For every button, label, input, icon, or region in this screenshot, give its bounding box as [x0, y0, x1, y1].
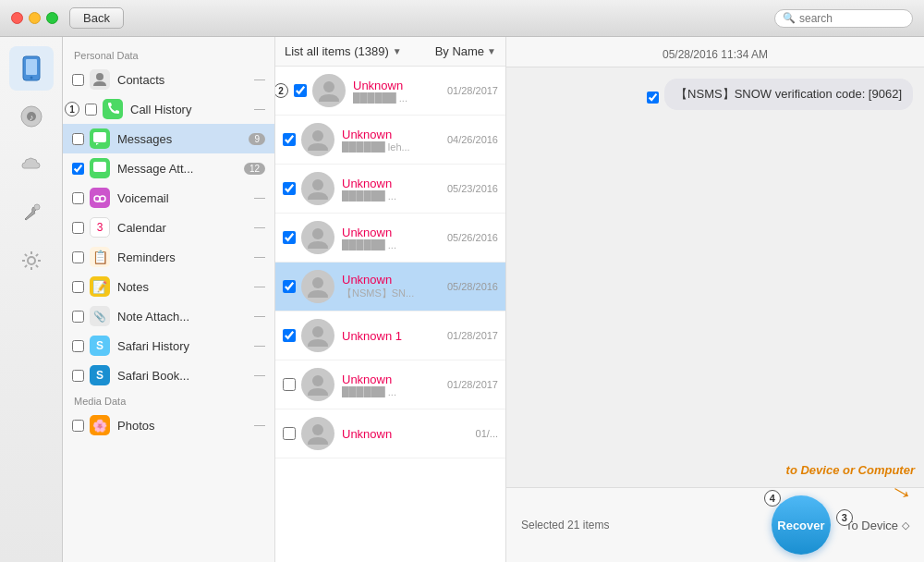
sidebar-item-safari-bookmarks[interactable]: S Safari Book... —: [63, 360, 274, 390]
msg-date: 05/23/2016: [447, 183, 498, 194]
msg-avatar: [312, 74, 346, 107]
list-item[interactable]: 2 Unknown ██████ ... 01/28/2017: [275, 67, 505, 116]
msg-info: Unknown 1: [342, 329, 444, 343]
msg-date: 01/28/2017: [447, 379, 498, 390]
safari-history-checkbox[interactable]: [72, 340, 84, 352]
media-data-title: Media Data: [63, 390, 274, 410]
msg-checkbox[interactable]: [294, 84, 307, 97]
contacts-checkbox[interactable]: [72, 74, 84, 86]
msg-avatar: [301, 221, 334, 254]
msg-date: 05/28/2016: [447, 281, 498, 292]
search-bar: 🔍: [774, 9, 913, 28]
svg-point-21: [312, 424, 323, 435]
msg-checkbox[interactable]: [283, 427, 296, 440]
svg-rect-1: [26, 59, 37, 75]
svg-rect-10: [93, 162, 106, 172]
title-bar: Back 🔍: [0, 0, 924, 37]
sidebar-item-photos[interactable]: 🌸 Photos —: [63, 410, 274, 440]
messages-checkbox[interactable]: [72, 133, 84, 145]
sidebar-item-notes[interactable]: 📝 Notes —: [63, 272, 274, 301]
detail-footer: Selected 21 items 4 Recover 3 To Device …: [506, 487, 924, 562]
list-item[interactable]: Unknown 【NSMS】SN... 05/28/2016: [275, 263, 505, 312]
msg-avatar: [301, 319, 334, 352]
list-item[interactable]: Unknown 1 01/28/2017: [275, 312, 505, 360]
message-att-label: Message Att...: [117, 162, 240, 176]
list-item[interactable]: Unknown ██████ ... 01/28/2017: [275, 360, 505, 409]
svg-point-8: [96, 73, 103, 80]
msg-info: Unknown ██████ ...: [342, 226, 444, 250]
msg-name: Unknown: [342, 226, 444, 239]
minimize-button[interactable]: [29, 12, 41, 24]
msg-preview: ██████ ...: [353, 92, 444, 104]
list-item[interactable]: Unknown ██████ leh... 04/26/2016: [275, 116, 505, 165]
to-device-button[interactable]: To Device ◇: [845, 519, 909, 532]
contacts-dash: —: [254, 73, 265, 86]
sidebar-icon-settings[interactable]: [9, 238, 54, 283]
sort-by-name[interactable]: By Name ▼: [435, 44, 496, 58]
call-history-checkbox[interactable]: [85, 104, 97, 116]
notes-checkbox[interactable]: [72, 281, 84, 293]
list-item[interactable]: Unknown ██████ ... 05/26/2016: [275, 214, 505, 263]
sidebar-icon-tools[interactable]: [9, 190, 54, 235]
sidebar-icon-music[interactable]: ♪: [9, 94, 54, 139]
sidebar-icon-phone[interactable]: [9, 46, 54, 91]
list-item[interactable]: Unknown 01/...: [275, 409, 505, 458]
list-all-items-label: List all items (1389) ▼: [285, 44, 402, 58]
close-button[interactable]: [11, 12, 23, 24]
sidebar-item-call-history[interactable]: 1 Call History —: [63, 94, 274, 124]
back-button[interactable]: Back: [69, 7, 124, 29]
list-item[interactable]: Unknown ██████ ... 05/23/2016: [275, 165, 505, 214]
sidebar-item-voicemail[interactable]: Voicemail —: [63, 183, 274, 213]
sidebar-item-messages[interactable]: Messages 9: [63, 124, 274, 153]
calendar-dash: —: [254, 221, 265, 234]
detail-msg-checkbox[interactable]: [647, 92, 659, 104]
messages-badge: 9: [249, 133, 265, 145]
msg-info: Unknown ██████ ...: [342, 373, 444, 397]
msg-date: 04/26/2016: [447, 134, 498, 145]
msg-checkbox[interactable]: [283, 378, 296, 391]
sidebar-item-message-att[interactable]: Message Att... 12: [63, 153, 274, 183]
safari-bookmarks-checkbox[interactable]: [72, 370, 84, 382]
maximize-button[interactable]: [46, 12, 58, 24]
sidebar-item-safari-history[interactable]: S Safari History —: [63, 331, 274, 360]
voicemail-dash: —: [254, 191, 265, 204]
note-attach-checkbox[interactable]: [72, 311, 84, 323]
sidebar-icon-cloud[interactable]: [9, 142, 54, 187]
msg-checkbox[interactable]: [283, 182, 296, 195]
voicemail-checkbox[interactable]: [72, 192, 84, 204]
msg-checkbox[interactable]: [283, 133, 296, 146]
recover-button[interactable]: 4 Recover: [772, 495, 831, 555]
sidebar-item-note-attach[interactable]: 📎 Note Attach... —: [63, 301, 274, 331]
search-input[interactable]: [799, 12, 905, 25]
msg-info: Unknown: [342, 427, 472, 441]
svg-point-7: [28, 257, 35, 264]
msg-checkbox[interactable]: [283, 329, 296, 342]
voicemail-label: Voicemail: [117, 191, 250, 205]
photos-checkbox[interactable]: [72, 420, 84, 432]
safari-history-dash: —: [254, 339, 265, 352]
msg-info: Unknown ██████ ...: [342, 177, 444, 202]
note-attach-dash: —: [254, 310, 265, 323]
photos-label: Photos: [117, 419, 250, 433]
list-dropdown-arrow[interactable]: ▼: [393, 46, 402, 56]
svg-point-15: [312, 130, 323, 141]
msg-checkbox[interactable]: [283, 231, 296, 244]
reminders-checkbox[interactable]: [72, 251, 84, 263]
sidebar-item-contacts[interactable]: Contacts —: [63, 65, 274, 94]
calendar-label: Calendar: [117, 221, 250, 235]
svg-point-2: [30, 77, 32, 79]
traffic-lights: [11, 12, 58, 24]
svg-point-19: [312, 326, 323, 337]
list-header: List all items (1389) ▼ By Name ▼: [275, 37, 505, 67]
message-att-checkbox[interactable]: [72, 163, 84, 175]
message-list: 2 Unknown ██████ ... 01/28/2017 Unkno: [275, 67, 505, 562]
svg-point-16: [312, 179, 323, 190]
sidebar-item-calendar[interactable]: 3 Calendar —: [63, 213, 274, 242]
selected-items-label: Selected 21 items: [521, 519, 609, 531]
sort-dropdown-arrow[interactable]: ▼: [487, 46, 496, 56]
notes-dash: —: [254, 280, 265, 293]
svg-text:♪: ♪: [29, 113, 33, 122]
msg-checkbox[interactable]: [283, 280, 296, 293]
calendar-checkbox[interactable]: [72, 222, 84, 234]
sidebar-item-reminders[interactable]: 📋 Reminders —: [63, 242, 274, 272]
